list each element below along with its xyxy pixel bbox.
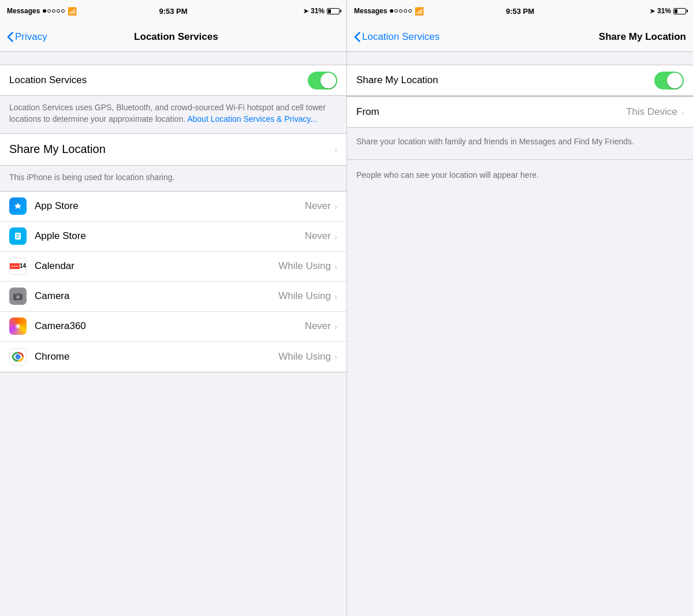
- app-list: App Store Never › Apple Store Never › ▪▪…: [0, 191, 346, 372]
- app-row-camera360[interactable]: Camera360 Never ›: [0, 312, 346, 342]
- location-description-text: Location Services uses GPS, Bluetooth, a…: [9, 102, 337, 125]
- app-row-applestore[interactable]: Apple Store Never ›: [0, 222, 346, 252]
- location-services-toggle[interactable]: [308, 72, 337, 89]
- right-description2-text: People who can see your location will ap…: [356, 169, 684, 181]
- app-icon-chrome: [9, 348, 27, 365]
- app-chevron-appstore: ›: [334, 201, 337, 211]
- location-arrow-right: ➤: [650, 8, 655, 15]
- back-button-right[interactable]: Location Services: [354, 31, 442, 43]
- toggle-knob: [321, 73, 336, 88]
- location-arrow-left: ➤: [303, 8, 308, 15]
- svg-rect-3: [16, 237, 18, 238]
- svg-point-12: [16, 354, 20, 359]
- right-share-toggle[interactable]: [654, 72, 684, 89]
- right-panel: Messages 📶 9:53 PM ➤ 31%: [346, 0, 693, 616]
- right-nav-bar: Location Services Share My Location: [347, 22, 693, 52]
- right-share-label: Share My Location: [356, 74, 654, 86]
- app-icon-camera360: [9, 318, 27, 335]
- location-description-block: Location Services uses GPS, Bluetooth, a…: [0, 96, 346, 133]
- app-permission-calendar: While Using: [278, 260, 331, 272]
- app-permission-camera: While Using: [278, 290, 331, 302]
- time-left: 9:53 PM: [159, 7, 187, 16]
- right-share-toggle-row[interactable]: Share My Location: [347, 65, 693, 95]
- right-description1-block: Share your location with family and frie…: [347, 128, 693, 159]
- wifi-icon-left: 📶: [68, 7, 77, 16]
- gap1: [0, 52, 346, 65]
- app-row-appstore[interactable]: App Store Never ›: [0, 192, 346, 222]
- battery-left: [327, 8, 340, 14]
- app-chevron-camera: ›: [334, 292, 337, 301]
- right-gap1: [347, 52, 693, 65]
- app-name-camera360: Camera360: [35, 320, 305, 332]
- from-value: This Device: [626, 106, 677, 118]
- right-share-section: Share My Location: [347, 65, 693, 96]
- from-chevron: ›: [681, 107, 684, 117]
- carrier-right: Messages: [354, 7, 387, 15]
- app-chevron-camera360: ›: [334, 322, 337, 331]
- app-permission-appstore: Never: [305, 200, 331, 212]
- right-description1-text: Share your location with family and frie…: [356, 136, 684, 148]
- left-panel: Messages 📶 9:53 PM ➤ 31%: [0, 0, 346, 616]
- app-name-applestore: Apple Store: [35, 230, 305, 242]
- app-permission-camera360: Never: [305, 320, 331, 332]
- carrier-left: Messages: [7, 7, 40, 15]
- nav-title-left: Location Services: [47, 31, 305, 43]
- app-name-calendar: Calendar: [35, 260, 278, 272]
- signal-left: [43, 9, 65, 13]
- location-services-row[interactable]: Location Services: [0, 65, 346, 95]
- from-section: From This Device ›: [347, 96, 693, 128]
- svg-point-9: [17, 325, 20, 328]
- right-toggle-knob: [667, 73, 683, 88]
- app-chevron-calendar: ›: [334, 262, 337, 271]
- time-right: 9:53 PM: [506, 7, 534, 16]
- app-row-camera[interactable]: Camera While Using ›: [0, 282, 346, 312]
- share-my-location-label: Share My Location: [9, 143, 334, 156]
- share-my-location-chevron: ›: [334, 144, 337, 154]
- privacy-link[interactable]: About Location Services & Privacy...: [187, 114, 317, 124]
- svg-rect-7: [16, 293, 20, 294]
- back-button-left[interactable]: Privacy: [7, 31, 47, 43]
- battery-pct-right: 31%: [657, 7, 671, 15]
- iphone-desc-text: This iPhone is being used for location s…: [9, 171, 337, 183]
- battery-pct-left: 31%: [311, 7, 325, 15]
- svg-point-6: [17, 296, 19, 298]
- svg-rect-1: [16, 234, 20, 235]
- battery-right: [673, 8, 686, 14]
- from-label: From: [356, 106, 626, 118]
- right-description2-block: People who can see your location will ap…: [347, 160, 693, 193]
- app-name-appstore: App Store: [35, 200, 305, 212]
- app-chevron-chrome: ›: [334, 352, 337, 361]
- location-services-label: Location Services: [9, 74, 308, 86]
- signal-right: [390, 9, 412, 13]
- back-label-left: Privacy: [15, 31, 47, 43]
- app-icon-calendar: ▪▪▪▪▪▪ 14: [9, 257, 27, 275]
- app-icon-applestore: [9, 227, 27, 245]
- left-status-bar: Messages 📶 9:53 PM ➤ 31%: [0, 0, 346, 22]
- wifi-icon-right: 📶: [415, 7, 424, 16]
- app-chevron-applestore: ›: [334, 232, 337, 241]
- left-nav-bar: Privacy Location Services: [0, 22, 346, 52]
- location-services-section: Location Services: [0, 65, 346, 96]
- app-icon-camera: [9, 288, 27, 305]
- nav-title-right: Share My Location: [599, 31, 686, 43]
- app-row-chrome[interactable]: Chrome While Using ›: [0, 342, 346, 372]
- svg-rect-2: [16, 236, 20, 237]
- app-name-chrome: Chrome: [35, 351, 278, 363]
- app-row-calendar[interactable]: ▪▪▪▪▪▪ 14 Calendar While Using ›: [0, 252, 346, 282]
- app-name-camera: Camera: [35, 290, 278, 302]
- share-my-location-row[interactable]: Share My Location ›: [0, 133, 346, 166]
- from-row[interactable]: From This Device ›: [347, 97, 693, 127]
- iphone-desc-block: This iPhone is being used for location s…: [0, 166, 346, 191]
- back-label-right: Location Services: [362, 31, 439, 43]
- app-permission-applestore: Never: [305, 230, 331, 242]
- right-status-bar: Messages 📶 9:53 PM ➤ 31%: [347, 0, 693, 22]
- app-icon-appstore: [9, 197, 27, 215]
- app-permission-chrome: While Using: [278, 351, 331, 363]
